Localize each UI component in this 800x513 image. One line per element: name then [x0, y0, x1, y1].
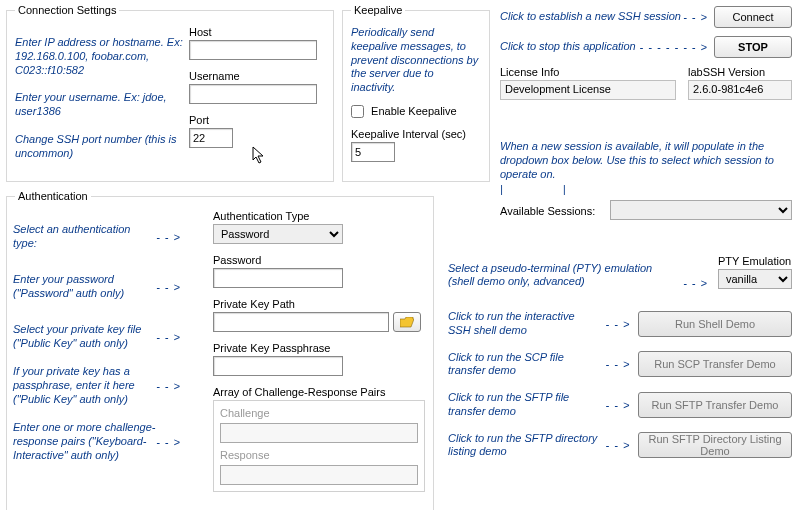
sessions-select[interactable]	[610, 200, 792, 220]
arrow-icon: - - >	[604, 318, 632, 330]
hint-password: Enter your password ("Password" auth onl…	[13, 273, 156, 301]
hint-host: Enter IP address or hostname. Ex: 192.16…	[15, 36, 183, 77]
arrow-down-icon: |	[563, 183, 566, 195]
port-input[interactable]	[189, 128, 233, 148]
username-label: Username	[189, 70, 319, 82]
enable-keepalive-checkbox[interactable]	[351, 105, 364, 118]
challenge-response-box: Challenge Response	[213, 400, 425, 492]
connect-hint: Click to establish a new SSH session	[500, 10, 683, 24]
folder-icon	[400, 317, 414, 328]
browse-private-key-button[interactable]	[393, 312, 421, 332]
host-input[interactable]	[189, 40, 317, 60]
keepalive-legend: Keepalive	[351, 4, 405, 16]
arrow-icon: - - >	[604, 439, 632, 451]
password-label: Password	[213, 254, 425, 266]
hint-challenge-response: Enter one or more challenge-response pai…	[13, 421, 156, 462]
run-shell-demo-button[interactable]: Run Shell Demo	[638, 311, 792, 337]
run-scp-demo-button[interactable]: Run SCP Transfer Demo	[638, 351, 792, 377]
challenge-input[interactable]	[220, 423, 418, 443]
arrow-icon: - - >	[156, 281, 181, 293]
connection-settings-group: Connection Settings Enter IP address or …	[6, 4, 334, 182]
arrow-icon: - - >	[156, 436, 181, 448]
stop-hint: Click to stop this application	[500, 40, 640, 54]
arrow-icon: - - - - - - - >	[640, 41, 708, 53]
password-input[interactable]	[213, 268, 343, 288]
license-label: License Info	[500, 66, 676, 78]
challenge-sublabel: Challenge	[220, 407, 418, 419]
sftp-transfer-demo-hint: Click to run the SFTP file transfer demo	[448, 391, 598, 419]
auth-type-select[interactable]: Password	[213, 224, 343, 244]
hint-passphrase: If your private key has a passphrase, en…	[13, 365, 156, 406]
hint-auth-type: Select an authentication type:	[13, 223, 156, 251]
sftp-dir-demo-hint: Click to run the SFTP directory listing …	[448, 432, 598, 460]
arrow-icon: - - >	[156, 380, 181, 392]
port-label: Port	[189, 114, 319, 126]
hint-private-key: Select your private key file ("Public Ke…	[13, 323, 156, 351]
username-input[interactable]	[189, 84, 317, 104]
arrow-icon: - - >	[604, 358, 632, 370]
connect-button[interactable]: Connect	[714, 6, 792, 28]
arrow-icon: - - >	[604, 399, 632, 411]
stop-button[interactable]: STOP	[714, 36, 792, 58]
shell-demo-hint: Click to run the interactive SSH shell d…	[448, 310, 598, 338]
sessions-hint: When a new session is available, it will…	[500, 140, 780, 181]
arrow-down-icon: |	[500, 183, 503, 195]
arrow-icon: - - >	[156, 331, 181, 343]
arrow-icon: - - >	[156, 231, 181, 243]
hint-username: Enter your username. Ex: jdoe, user1386	[15, 91, 183, 119]
run-sftp-transfer-demo-button[interactable]: Run SFTP Transfer Demo	[638, 392, 792, 418]
run-sftp-dir-demo-button[interactable]: Run SFTP Directory Listing Demo	[638, 432, 792, 458]
scp-demo-hint: Click to run the SCP file transfer demo	[448, 351, 598, 379]
response-input[interactable]	[220, 465, 418, 485]
authentication-group: Authentication Select an authentication …	[6, 190, 434, 510]
hint-port: Change SSH port number (this is uncommon…	[15, 133, 183, 161]
enable-keepalive-label: Enable Keepalive	[371, 105, 457, 117]
pty-select[interactable]: vanilla	[718, 269, 792, 289]
authentication-legend: Authentication	[15, 190, 91, 202]
private-key-label: Private Key Path	[213, 298, 425, 310]
private-key-input[interactable]	[213, 312, 389, 332]
keepalive-group: Keepalive Periodically send keepalive me…	[342, 4, 490, 182]
pty-label: PTY Emulation	[718, 255, 792, 267]
version-label: labSSH Version	[688, 66, 792, 78]
passphrase-input[interactable]	[213, 356, 343, 376]
cr-array-label: Array of Challenge-Response Pairs	[213, 386, 425, 398]
version-value: 2.6.0-981c4e6	[688, 80, 792, 100]
keepalive-interval-input[interactable]	[351, 142, 395, 162]
arrow-icon: - - >	[683, 11, 708, 23]
keepalive-desc: Periodically send keepalive messages, to…	[351, 26, 481, 95]
arrow-icon: - - >	[683, 277, 708, 289]
pty-hint: Select a pseudo-terminal (PTY) emulation…	[448, 262, 673, 290]
auth-type-label: Authentication Type	[213, 210, 425, 222]
passphrase-label: Private Key Passphrase	[213, 342, 425, 354]
sessions-label: Available Sessions:	[500, 205, 602, 217]
license-value: Development License	[500, 80, 676, 100]
connection-settings-legend: Connection Settings	[15, 4, 119, 16]
keepalive-interval-label: Keepalive Interval (sec)	[351, 128, 481, 140]
response-sublabel: Response	[220, 449, 418, 461]
host-label: Host	[189, 26, 319, 38]
